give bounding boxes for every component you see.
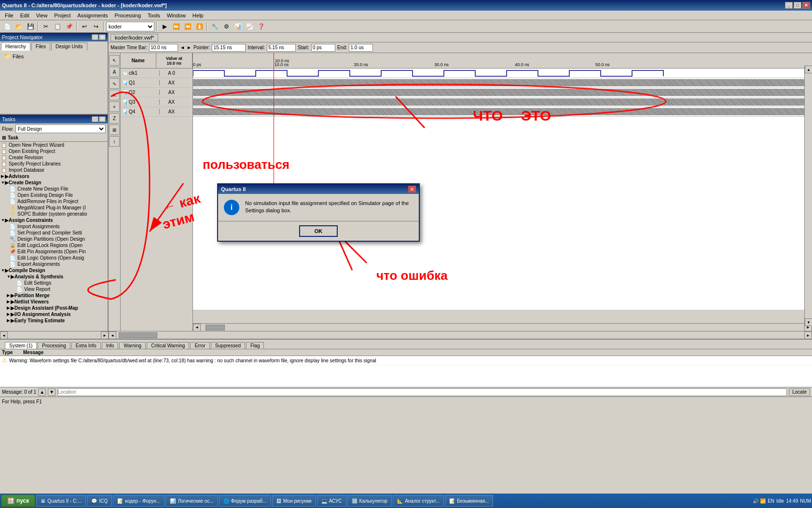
task-sopc-builder[interactable]: ⚡ SOPC Builder (system generatio	[0, 211, 108, 217]
signal-row-2[interactable]: 📊 Q2 AX	[121, 88, 193, 97]
task-view-report[interactable]: 📄 View Report	[0, 286, 108, 292]
close-button[interactable]: ✕	[802, 2, 810, 9]
task-assign-constraints-group[interactable]: ▼ ▶ Assign Constraints	[0, 217, 108, 223]
locate-button[interactable]: Locate	[789, 388, 810, 396]
tool-pointer[interactable]: ↖	[109, 55, 120, 66]
taskbar-item-analog[interactable]: 📐 Аналог структ...	[393, 495, 444, 507]
wave-scroll-right2[interactable]: ►	[804, 331, 812, 339]
scroll-down-btn[interactable]: ▼	[805, 318, 812, 326]
flow-select[interactable]: Full Design	[15, 124, 106, 133]
task-megawizard[interactable]: ⚡ MegaWizard Plug-In Manager (I	[0, 205, 108, 211]
nav-scroll-track[interactable]	[8, 331, 101, 339]
pointer-input[interactable]	[212, 44, 246, 52]
toolbar-btn12[interactable]: 📈	[244, 21, 255, 32]
toolbar-undo[interactable]: ↩	[79, 21, 90, 32]
toolbar-btn9[interactable]: 🔧	[209, 21, 220, 32]
wave-row-q4[interactable]	[193, 107, 812, 117]
toolbar-btn5[interactable]: ▶	[159, 21, 170, 32]
task-create-design-group[interactable]: ▼ ▶ Create Design	[0, 179, 108, 186]
msg-tab-critical-warning[interactable]: Critical Warning	[147, 342, 189, 349]
tool-z2[interactable]: ⊞	[109, 124, 120, 135]
dialog-ok-button[interactable]: OK	[299, 225, 338, 237]
nav-left-icon[interactable]: ◄	[180, 45, 185, 50]
menu-file[interactable]: File	[2, 12, 16, 19]
task-logiclock-regions[interactable]: 🔒 Edit LogicLock Regions (Open	[0, 242, 108, 248]
scroll-up-btn[interactable]: ▲	[805, 66, 812, 73]
toolbar-btn7[interactable]: ⏪	[182, 21, 193, 32]
msg-tab-extra-info[interactable]: Extra Info	[71, 342, 101, 349]
task-create-new-design-file[interactable]: 📄 Create New Design File	[0, 186, 108, 192]
task-specify-libraries[interactable]: 📋 Specify Project Libraries	[0, 161, 108, 167]
msg-nav-up[interactable]: ▲	[38, 388, 46, 396]
interval-input[interactable]	[267, 44, 296, 52]
scroll-left-btn[interactable]: ◄	[193, 324, 201, 331]
tab-hierarchy[interactable]: Hierarchy	[1, 42, 30, 51]
task-set-project-compiler[interactable]: 📄 Set Project and Compiler Setti	[0, 230, 108, 236]
task-netlist-viewers-group[interactable]: ▶ ▶ Netlist Viewers	[0, 299, 108, 305]
taskbar-item-quartus[interactable]: 🖥 Quartus II - C:...	[36, 495, 86, 507]
v-scroll-track[interactable]	[805, 73, 812, 318]
tool-plus[interactable]: +	[109, 101, 120, 112]
toolbar-open[interactable]: 📂	[14, 21, 24, 32]
task-partition-merge-group[interactable]: ▶ ▶ Partition Merge	[0, 292, 108, 299]
task-open-existing-design[interactable]: 📄 Open Existing Design File	[0, 192, 108, 198]
task-io-assignment-group[interactable]: ▶ ▶ I/O Assignment Analysis	[0, 311, 108, 317]
nav-scroll-right[interactable]: ►	[101, 331, 109, 339]
project-combo[interactable]: koder	[106, 22, 154, 31]
taskbar-item-icq[interactable]: 💬 ICQ	[87, 495, 112, 507]
toolbar-cut[interactable]: ✂	[41, 21, 51, 32]
msg-tab-suppressed[interactable]: Suppressed	[211, 342, 245, 349]
wave-h-scroll-2[interactable]: ◄ ►	[109, 331, 812, 339]
tool-zoom[interactable]: A	[109, 67, 120, 77]
task-design-partitions[interactable]: 🔧 Design Partitions (Open Design	[0, 236, 108, 242]
menu-project[interactable]: Project	[51, 12, 73, 19]
wave-row-q3[interactable]	[193, 97, 812, 107]
start-input[interactable]	[311, 44, 335, 52]
tab-design-units[interactable]: Design Units	[51, 42, 87, 51]
taskbar-item-logical[interactable]: 📊 Логические ос...	[165, 495, 218, 507]
nav-scroll-left[interactable]: ◄	[0, 331, 8, 339]
taskbar-item-asus[interactable]: 💻 АСУС	[317, 495, 346, 507]
signal-row-3[interactable]: 📊 Q3 AX	[121, 97, 193, 107]
master-time-input[interactable]	[149, 44, 178, 52]
toolbar-new[interactable]: 📄	[2, 21, 13, 32]
files-root[interactable]: 📁 Files	[2, 53, 106, 60]
menu-help[interactable]: Help	[190, 12, 206, 19]
msg-tab-system[interactable]: System (1)	[5, 342, 37, 349]
signal-row-0[interactable]: 🕐 clk1 A 0	[121, 69, 193, 78]
task-export-assignments[interactable]: 📄 Export Assignments	[0, 261, 108, 267]
task-import-database[interactable]: 📋 Import Database	[0, 167, 108, 173]
signal-row-4[interactable]: 📊 Q4 AX	[121, 107, 193, 117]
panel-minimize-btn[interactable]: _	[92, 34, 98, 40]
menu-assignments[interactable]: Assignments	[75, 12, 111, 19]
wave-row-clk1[interactable]	[193, 69, 812, 78]
tool-arrow[interactable]: ↕	[109, 136, 120, 147]
task-edit-logic-options[interactable]: 📄 Edit Logic Options (Open Assig	[0, 255, 108, 261]
wave-row-q1[interactable]	[193, 78, 812, 88]
taskbar-item-calc[interactable]: 🔢 Калькулятор	[347, 495, 392, 507]
start-button[interactable]: 🪟 пуск	[1, 494, 35, 507]
location-input[interactable]	[57, 388, 787, 396]
nav-right-icon[interactable]: ►	[187, 45, 192, 50]
taskbar-item-forum[interactable]: 🌐 Форум разраб...	[219, 495, 271, 507]
tool-x[interactable]: ✕	[109, 90, 120, 100]
taskbar-item-pictures[interactable]: 🖼 Мои рисунки	[272, 495, 316, 507]
toolbar-btn11[interactable]: 📊	[233, 21, 243, 32]
nav-h-scroll[interactable]: ◄ ►	[0, 331, 109, 339]
toolbar-btn6[interactable]: ⏩	[171, 21, 181, 32]
end-input[interactable]	[349, 44, 373, 52]
waveform-tab-item[interactable]: koder/koder.vwf*	[110, 34, 158, 41]
menu-edit[interactable]: Edit	[17, 12, 32, 19]
minimize-button[interactable]: _	[785, 2, 793, 9]
task-design-assistant-group[interactable]: ▶ ▶ Design Assistant (Post-Map	[0, 305, 108, 311]
dialog-close-btn[interactable]: ✕	[408, 186, 416, 192]
task-advisors-group[interactable]: ▶ ▶ Advisors	[0, 173, 108, 179]
tasks-minimize-btn[interactable]: _	[92, 116, 98, 122]
task-edit-pin-assignments[interactable]: 📌 Edit Pin Assignments (Open Pin	[0, 248, 108, 255]
v-scrollbar[interactable]: ▲ ▼	[804, 66, 812, 326]
toolbar-btn13[interactable]: ❓	[256, 21, 266, 32]
task-compile-design-group[interactable]: ▼ ▶ Compile Design	[0, 267, 108, 274]
wave-scroll-left2[interactable]: ◄	[109, 331, 116, 339]
toolbar-btn10[interactable]: ⚙	[221, 21, 232, 32]
task-add-remove-files[interactable]: 📄 Add/Remove Files in Project	[0, 198, 108, 205]
